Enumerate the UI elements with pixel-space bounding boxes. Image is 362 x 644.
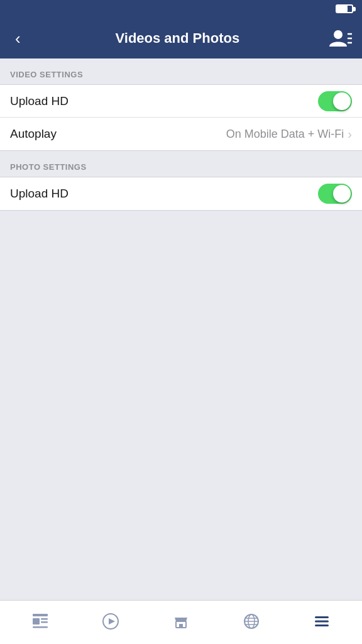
svg-rect-8	[33, 626, 48, 628]
svg-marker-10	[109, 618, 115, 625]
tab-video[interactable]	[75, 601, 146, 644]
svg-rect-19	[315, 620, 329, 622]
video-upload-hd-knob	[333, 92, 351, 110]
battery-fill	[337, 6, 348, 12]
svg-rect-20	[315, 625, 329, 626]
svg-rect-6	[41, 618, 48, 620]
autoplay-chevron: ›	[348, 127, 352, 142]
svg-rect-4	[33, 614, 48, 616]
autoplay-row[interactable]: Autoplay On Mobile Data + Wi-Fi ›	[0, 118, 362, 150]
photo-settings-group: Upload HD	[0, 177, 362, 211]
tab-marketplace[interactable]	[146, 601, 216, 644]
photo-upload-hd-row: Upload HD	[0, 177, 362, 210]
tab-bar	[0, 600, 362, 644]
svg-rect-7	[41, 621, 48, 623]
status-bar	[0, 0, 362, 18]
video-icon	[102, 613, 119, 633]
content-area: VIDEO SETTINGS Upload HD Autoplay On Mob…	[0, 58, 362, 600]
photo-upload-hd-label: Upload HD	[10, 187, 69, 201]
svg-rect-18	[315, 616, 329, 618]
page-title: Videos and Photos	[116, 30, 240, 47]
photo-upload-hd-knob	[333, 185, 351, 203]
tab-menu[interactable]	[287, 601, 357, 644]
back-button[interactable]: ‹	[10, 25, 26, 52]
video-upload-hd-label: Upload HD	[10, 94, 69, 108]
tab-globe[interactable]	[216, 601, 287, 644]
menu-icon	[313, 613, 331, 633]
globe-icon	[243, 613, 260, 633]
battery-icon	[336, 4, 353, 13]
video-settings-group: Upload HD Autoplay On Mobile Data + Wi-F…	[0, 84, 362, 151]
account-icon[interactable]	[329, 29, 352, 48]
news-feed-icon	[31, 613, 49, 633]
svg-rect-12	[179, 624, 183, 628]
video-upload-hd-row: Upload HD	[0, 85, 362, 118]
nav-bar: ‹ Videos and Photos	[0, 18, 362, 58]
video-settings-label: VIDEO SETTINGS	[0, 58, 362, 84]
autoplay-label: Autoplay	[10, 127, 57, 141]
tab-news-feed[interactable]	[5, 601, 75, 644]
photo-settings-label: PHOTO SETTINGS	[0, 151, 362, 177]
marketplace-icon	[172, 613, 190, 633]
svg-rect-5	[33, 618, 40, 625]
photo-upload-hd-toggle[interactable]	[318, 184, 352, 204]
video-upload-hd-toggle[interactable]	[318, 91, 352, 111]
autoplay-value: On Mobile Data + Wi-Fi	[226, 128, 344, 141]
autoplay-value-wrap: On Mobile Data + Wi-Fi ›	[226, 127, 352, 142]
svg-point-0	[334, 30, 343, 39]
